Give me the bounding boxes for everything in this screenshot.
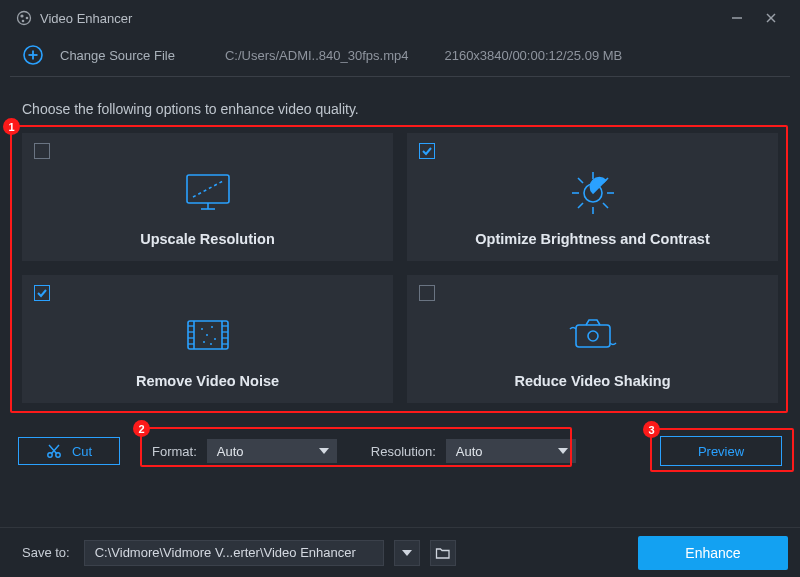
- options-grid: Upscale Resolution: [20, 131, 780, 405]
- brightness-icon: [565, 165, 621, 221]
- enhance-label: Enhance: [685, 545, 740, 561]
- checkbox-brightness[interactable]: [419, 143, 435, 159]
- svg-rect-10: [187, 175, 229, 203]
- format-value: Auto: [217, 444, 244, 459]
- checkbox-shaking[interactable]: [419, 285, 435, 301]
- cut-button[interactable]: Cut: [18, 437, 120, 465]
- svg-point-37: [214, 338, 216, 340]
- svg-line-19: [578, 178, 583, 183]
- option-label: Upscale Resolution: [140, 231, 275, 247]
- svg-line-22: [578, 203, 583, 208]
- option-label: Remove Video Noise: [136, 373, 279, 389]
- svg-point-2: [26, 17, 29, 20]
- enhance-button[interactable]: Enhance: [638, 536, 788, 570]
- option-upscale[interactable]: Upscale Resolution: [22, 133, 393, 261]
- app-icon: [16, 10, 32, 26]
- source-file-path: C:/Users/ADMI..840_30fps.mp4: [225, 48, 409, 63]
- add-icon[interactable]: [22, 44, 44, 66]
- cut-label: Cut: [72, 444, 92, 459]
- svg-line-20: [603, 203, 608, 208]
- svg-point-36: [206, 334, 208, 336]
- svg-point-38: [203, 341, 205, 343]
- chevron-down-icon: [319, 448, 329, 454]
- change-source-link[interactable]: Change Source File: [60, 48, 175, 63]
- svg-point-0: [18, 12, 31, 25]
- monitor-icon: [181, 165, 235, 221]
- checkbox-noise[interactable]: [34, 285, 50, 301]
- title-bar: Video Enhancer: [0, 0, 800, 36]
- preview-button[interactable]: Preview: [660, 436, 782, 466]
- svg-rect-40: [576, 325, 610, 347]
- option-label: Optimize Brightness and Contrast: [475, 231, 709, 247]
- save-path-dropdown[interactable]: [394, 540, 420, 566]
- option-shaking[interactable]: Reduce Video Shaking: [407, 275, 778, 403]
- controls-row: Cut 2 Format: Auto Resolution: Auto 3 Pr…: [18, 433, 782, 469]
- chevron-down-icon: [402, 550, 412, 556]
- svg-point-35: [211, 326, 213, 328]
- resolution-dropdown[interactable]: Auto: [446, 439, 576, 463]
- option-label: Reduce Video Shaking: [514, 373, 670, 389]
- svg-point-39: [210, 343, 212, 345]
- resolution-value: Auto: [456, 444, 483, 459]
- svg-point-1: [20, 14, 23, 17]
- option-brightness[interactable]: Optimize Brightness and Contrast: [407, 133, 778, 261]
- instruction-text: Choose the following options to enhance …: [0, 77, 800, 127]
- source-row: Change Source File C:/Users/ADMI..840_30…: [0, 36, 800, 74]
- svg-point-34: [201, 328, 203, 330]
- save-path-value: C:\Vidmore\Vidmore V...erter\Video Enhan…: [95, 545, 356, 560]
- filmstrip-icon: [182, 307, 234, 363]
- checkbox-upscale[interactable]: [34, 143, 50, 159]
- save-path-field[interactable]: C:\Vidmore\Vidmore V...erter\Video Enhan…: [84, 540, 384, 566]
- callout-3: 3: [643, 421, 660, 438]
- close-button[interactable]: [754, 4, 788, 32]
- chevron-down-icon: [558, 448, 568, 454]
- minimize-button[interactable]: [720, 4, 754, 32]
- option-noise[interactable]: Remove Video Noise: [22, 275, 393, 403]
- source-file-info: 2160x3840/00:00:12/25.09 MB: [444, 48, 622, 63]
- save-to-label: Save to:: [22, 545, 70, 560]
- resolution-label: Resolution:: [371, 444, 436, 459]
- open-folder-button[interactable]: [430, 540, 456, 566]
- callout-2: 2: [133, 420, 150, 437]
- svg-line-11: [193, 181, 223, 197]
- format-dropdown[interactable]: Auto: [207, 439, 337, 463]
- app-title: Video Enhancer: [40, 11, 132, 26]
- camera-icon: [564, 307, 622, 363]
- preview-label: Preview: [698, 444, 744, 459]
- footer: Save to: C:\Vidmore\Vidmore V...erter\Vi…: [0, 527, 800, 577]
- format-label: Format:: [152, 444, 197, 459]
- svg-point-3: [22, 20, 25, 23]
- svg-point-41: [588, 331, 598, 341]
